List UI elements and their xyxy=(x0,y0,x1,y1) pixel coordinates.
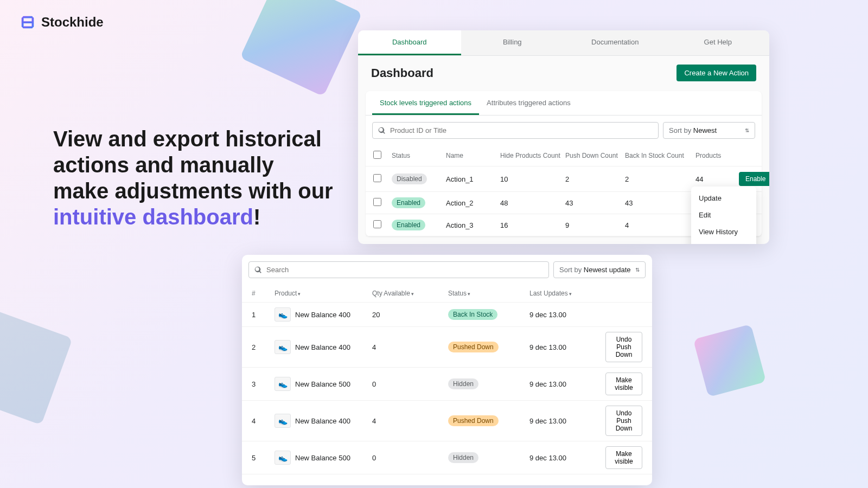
header-updated[interactable]: Last Updates▾ xyxy=(529,290,605,297)
status-badge: Hidden xyxy=(448,378,478,389)
product-thumbnail: 👟 xyxy=(275,307,291,322)
table-header-row: Status Name Hide Products Count Push Dow… xyxy=(366,145,762,166)
product-name: New Balance 400 xyxy=(295,343,350,351)
headline-punct: ! xyxy=(253,205,260,229)
headline-line3: adjustments with our xyxy=(114,179,333,203)
search-icon xyxy=(378,127,386,134)
chevron-updown-icon: ⇅ xyxy=(745,127,749,133)
push-count: 43 xyxy=(565,199,625,207)
products-count: 44 xyxy=(695,175,739,183)
row-context-menu: Update Edit View History Delete Undo cha… xyxy=(691,187,756,244)
headline: View and export historical actions and m… xyxy=(53,126,335,230)
actions-card: Stock levels triggered actions Attribute… xyxy=(366,91,762,236)
row-number: 4 xyxy=(244,417,275,425)
header-status: Status xyxy=(392,152,446,159)
menu-view-history[interactable]: View History xyxy=(691,223,756,240)
header-status[interactable]: Status▾ xyxy=(448,290,529,297)
select-all-checkbox[interactable] xyxy=(368,151,392,160)
row-action-button[interactable]: Make visible xyxy=(605,373,642,395)
search-input-wrapper[interactable] xyxy=(372,122,659,139)
row-checkbox[interactable] xyxy=(368,174,392,184)
last-updated: 9 dec 13.00 xyxy=(529,343,605,351)
product-thumbnail: 👟 xyxy=(275,377,291,391)
status-badge: Enabled xyxy=(392,220,425,230)
action-name: Action_2 xyxy=(446,199,500,207)
svg-rect-4 xyxy=(32,17,34,28)
sort-value: Newest update xyxy=(584,266,631,274)
decorative-cube xyxy=(693,324,767,397)
row-action-button[interactable]: Undo Push Down xyxy=(605,332,642,362)
menu-edit[interactable]: Edit xyxy=(691,207,756,223)
products-window: Sort by Newest update ⇅ # Product▾ Qty A… xyxy=(242,255,652,485)
page-title: Dashboard xyxy=(371,66,433,80)
svg-rect-0 xyxy=(23,16,33,18)
search-icon xyxy=(254,266,262,274)
row-action-button[interactable]: Make visible xyxy=(605,446,642,469)
row-checkbox[interactable] xyxy=(368,198,392,208)
tab-documentation[interactable]: Documentation xyxy=(564,30,667,55)
action-name: Action_3 xyxy=(446,221,500,229)
page-header: Dashboard Create a New Action xyxy=(358,56,769,86)
qty-available: 0 xyxy=(372,454,448,462)
products-table: # Product▾ Qty Available▾ Status▾ Last U… xyxy=(242,285,652,474)
product-cell: 👟 New Balance 400 xyxy=(275,414,372,428)
sort-arrow-icon: ▾ xyxy=(411,291,414,297)
enable-button[interactable]: Enable xyxy=(739,172,769,186)
status-badge: Enabled xyxy=(392,197,425,208)
row-checkbox[interactable] xyxy=(368,220,392,230)
last-updated: 9 dec 13.00 xyxy=(529,454,605,462)
header-number: # xyxy=(244,290,275,297)
header-product[interactable]: Product▾ xyxy=(275,290,372,297)
menu-update[interactable]: Update xyxy=(691,190,756,207)
sort-label: Sort by xyxy=(559,266,584,274)
back-count: 2 xyxy=(625,175,695,183)
action-name: Action_1 xyxy=(446,175,500,183)
status-badge: Disabled xyxy=(392,174,427,184)
create-action-button[interactable]: Create a New Action xyxy=(676,65,756,81)
qty-available: 0 xyxy=(372,380,448,388)
brand-logo: Stockhide xyxy=(20,14,104,30)
hide-count: 10 xyxy=(500,175,565,183)
tab-dashboard[interactable]: Dashboard xyxy=(358,30,461,55)
header-products: Products xyxy=(695,152,739,159)
table-row: 4 👟 New Balance 400 4 Pushed Down 9 dec … xyxy=(242,401,652,441)
tab-billing[interactable]: Billing xyxy=(461,30,564,55)
status-badge: Hidden xyxy=(448,452,478,463)
sort-value: Newest xyxy=(693,126,717,134)
svg-rect-2 xyxy=(23,27,33,29)
search-input-wrapper[interactable] xyxy=(248,261,549,278)
header-name: Name xyxy=(446,152,500,159)
search-input[interactable] xyxy=(266,266,543,274)
product-thumbnail: 👟 xyxy=(275,414,291,428)
filter-bar: Sort by Newest update ⇅ xyxy=(242,255,652,285)
product-name: New Balance 400 xyxy=(295,417,350,425)
search-input[interactable] xyxy=(390,126,653,134)
subtab-stock-levels[interactable]: Stock levels triggered actions xyxy=(372,91,479,115)
row-number: 2 xyxy=(244,343,275,351)
filter-bar: Sort by Newest ⇅ xyxy=(366,115,762,145)
sort-select[interactable]: Sort by Newest ⇅ xyxy=(663,122,755,139)
table-header-row: # Product▾ Qty Available▾ Status▾ Last U… xyxy=(242,285,652,303)
sort-select[interactable]: Sort by Newest update ⇅ xyxy=(553,261,646,278)
sort-arrow-icon: ▾ xyxy=(468,291,470,297)
row-number: 5 xyxy=(244,454,275,462)
svg-rect-1 xyxy=(23,21,33,23)
tab-get-help[interactable]: Get Help xyxy=(667,30,770,55)
decorative-cube xyxy=(0,307,73,425)
hide-count: 16 xyxy=(500,221,565,229)
product-name: New Balance 500 xyxy=(295,380,350,388)
row-action-button[interactable]: Undo Push Down xyxy=(605,406,642,436)
header-push-count: Push Down Count xyxy=(565,152,625,159)
hide-count: 48 xyxy=(500,199,565,207)
sort-arrow-icon: ▾ xyxy=(569,291,572,297)
row-number: 1 xyxy=(244,311,275,319)
sort-arrow-icon: ▾ xyxy=(298,291,301,297)
table-row: 3 👟 New Balance 500 0 Hidden 9 dec 13.00… xyxy=(242,368,652,401)
header-qty[interactable]: Qty Available▾ xyxy=(372,290,448,297)
subtab-attributes[interactable]: Attributes triggered actions xyxy=(479,91,578,115)
qty-available: 20 xyxy=(372,311,448,319)
table-row: 5 👟 New Balance 500 0 Hidden 9 dec 13.00… xyxy=(242,441,652,474)
product-name: New Balance 500 xyxy=(295,454,350,462)
back-count: 43 xyxy=(625,199,695,207)
menu-delete[interactable]: Delete xyxy=(691,240,756,244)
